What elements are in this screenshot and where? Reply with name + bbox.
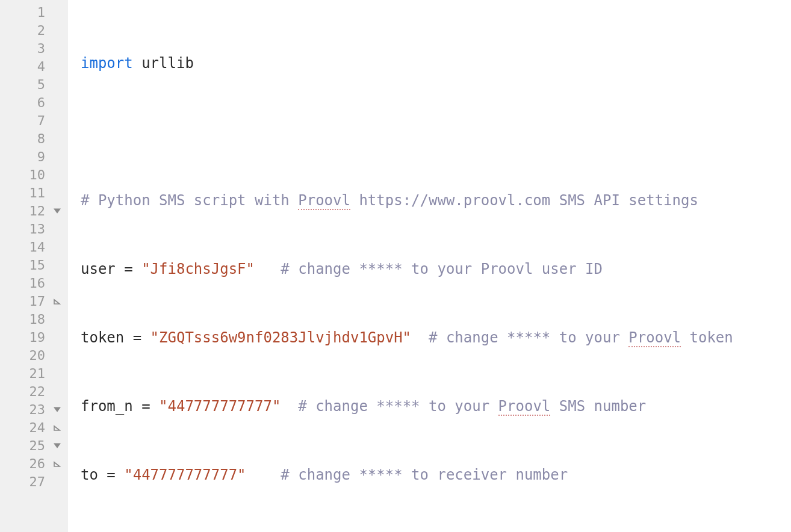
line-number[interactable]: 19: [0, 329, 67, 347]
string-literal: "ZGQTsss6w9nf0283Jlvjhdv1GpvH": [150, 329, 411, 346]
line-number[interactable]: 13: [0, 220, 67, 238]
gutter: 1234567891011121314151617181920212223242…: [0, 0, 67, 532]
comment: # change ***** to your Proovl token: [429, 329, 733, 347]
string-literal: "447777777777": [159, 398, 281, 415]
comment: # change ***** to your Proovl SMS number: [298, 398, 646, 416]
code-line[interactable]: user = "Jfi8chsJgsF" # change ***** to y…: [81, 260, 791, 278]
line-number[interactable]: 7: [0, 112, 67, 130]
line-number[interactable]: 11: [0, 184, 67, 202]
line-number[interactable]: 14: [0, 238, 67, 256]
code-line[interactable]: from_n = "447777777777" # change ***** t…: [81, 397, 791, 415]
line-number[interactable]: 10: [0, 166, 67, 184]
line-number[interactable]: 24: [0, 419, 67, 437]
line-number[interactable]: 26: [0, 455, 67, 473]
code-line[interactable]: # Python SMS script with Proovl https://…: [81, 191, 791, 209]
code-area[interactable]: import urllib # Python SMS script with P…: [67, 0, 791, 532]
line-number[interactable]: 4: [0, 58, 67, 76]
string-literal: "Jfi8chsJgsF": [141, 261, 255, 277]
spell-underline: Proovl: [498, 398, 551, 416]
comment: # change ***** to receiver number: [281, 466, 568, 483]
fold-open-icon[interactable]: [54, 207, 62, 215]
line-number[interactable]: 27: [0, 473, 67, 491]
line-number[interactable]: 2: [0, 22, 67, 40]
spell-underline: Proovl: [628, 329, 681, 347]
line-number[interactable]: 23: [0, 401, 67, 419]
keyword-import: import: [81, 55, 133, 72]
fold-close-icon[interactable]: [54, 424, 62, 432]
code-line[interactable]: to = "447777777777" # change ***** to re…: [81, 466, 791, 484]
line-number[interactable]: 22: [0, 383, 67, 401]
module-urllib: urllib: [141, 55, 194, 72]
line-number[interactable]: 5: [0, 76, 67, 94]
line-number[interactable]: 3: [0, 40, 67, 58]
code-editor: 1234567891011121314151617181920212223242…: [0, 0, 791, 532]
line-number[interactable]: 6: [0, 94, 67, 112]
comment: # change ***** to your Proovl user ID: [281, 261, 603, 277]
comment: # Python SMS script with Proovl https://…: [81, 192, 698, 210]
fold-open-icon[interactable]: [54, 442, 62, 450]
line-number[interactable]: 17: [0, 292, 67, 311]
line-number[interactable]: 12: [0, 202, 67, 220]
line-number[interactable]: 15: [0, 256, 67, 274]
code-line[interactable]: token = "ZGQTsss6w9nf0283Jlvjhdv1GpvH" #…: [81, 329, 791, 347]
string-literal: "447777777777": [124, 466, 246, 483]
code-line[interactable]: import urllib: [81, 54, 791, 72]
line-number[interactable]: 21: [0, 365, 67, 383]
fold-open-icon[interactable]: [54, 406, 62, 414]
line-number[interactable]: 25: [0, 437, 67, 455]
fold-close-icon[interactable]: [54, 460, 62, 468]
code-line[interactable]: [81, 123, 791, 141]
line-number[interactable]: 20: [0, 347, 67, 365]
fold-close-icon[interactable]: [54, 297, 62, 306]
line-number[interactable]: 8: [0, 130, 67, 148]
line-number[interactable]: 1: [0, 4, 67, 22]
spell-underline: Proovl: [298, 192, 350, 210]
line-number[interactable]: 9: [0, 148, 67, 166]
line-number[interactable]: 18: [0, 311, 67, 329]
line-number[interactable]: 16: [0, 274, 67, 292]
